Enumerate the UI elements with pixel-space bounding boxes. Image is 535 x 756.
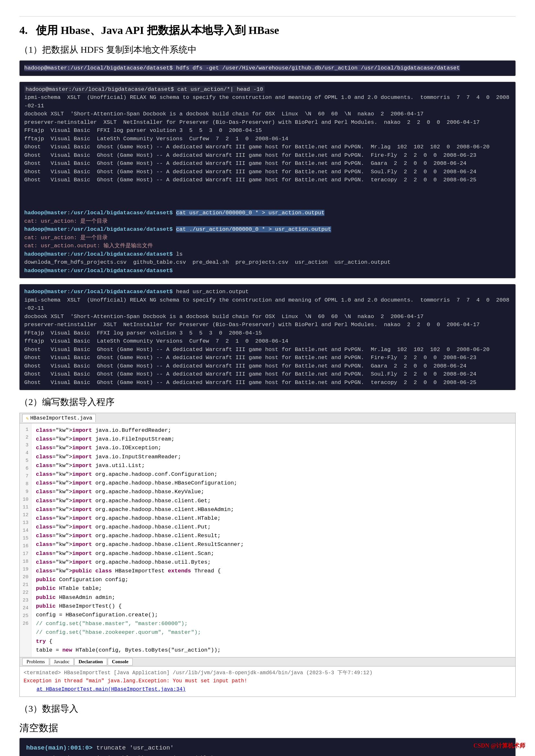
java-file-icon: ✎ <box>26 416 28 421</box>
tab-problems[interactable]: Problems <box>22 658 49 665</box>
tab-console[interactable]: Console <box>108 658 133 665</box>
subsection2-title: （2）编写数据导入程序 <box>19 396 516 408</box>
editor-tab-java[interactable]: ✎ HBaseImportTest.java <box>22 414 96 422</box>
terminal-head-output: hadoop@master:/usr/local/bigdatacase/dat… <box>19 284 516 390</box>
tab-javadoc[interactable]: Javadoc <box>50 658 74 665</box>
tab-declaration[interactable]: Declaration <box>74 658 107 665</box>
line-numbers: 1234567891011121314151617181920212223242… <box>20 423 31 657</box>
clear-data-label: 清空数据 <box>19 721 516 735</box>
code-area[interactable]: class="kw">import java.io.BufferedReader… <box>31 423 515 657</box>
editor-tab-bar: ✎ HBaseImportTest.java <box>20 413 515 423</box>
console-terminated-line: <terminated> HBaseImportTest [Java Appli… <box>24 669 511 677</box>
terminal-cat-head: hadoop@master:/usr/local/bigdatacase/dat… <box>19 82 516 279</box>
section-title: 4. 使用 Hbase、Java API 把数据从本地导入到 HBase <box>19 23 516 38</box>
terminal-hdfs-get: hadoop@master:/usr/local/bigdatacase/dat… <box>19 61 516 76</box>
watermark: CSDN @计算机术师 <box>473 742 525 749</box>
terminal-hbase: hbase(main):001:0> truncate 'usr_action'… <box>19 738 516 756</box>
console-exception-line: Exception in thread "main" java.lang.Exc… <box>24 677 511 686</box>
console-at-line: at HBaseImportTest.main(HBaseImportTest.… <box>24 686 511 694</box>
console-output: <terminated> HBaseImportTest [Java Appli… <box>20 666 515 696</box>
editor-body: 1234567891011121314151617181920212223242… <box>20 423 515 657</box>
subsection3-title: （3）数据导入 <box>19 703 516 715</box>
bottom-bar: Problems Javadoc Declaration Console <box>20 657 515 666</box>
subsection1-title: （1）把数据从 HDFS 复制到本地文件系统中 <box>19 44 516 56</box>
top-divider <box>19 16 516 16</box>
java-editor: ✎ HBaseImportTest.java 12345678910111213… <box>19 413 516 697</box>
